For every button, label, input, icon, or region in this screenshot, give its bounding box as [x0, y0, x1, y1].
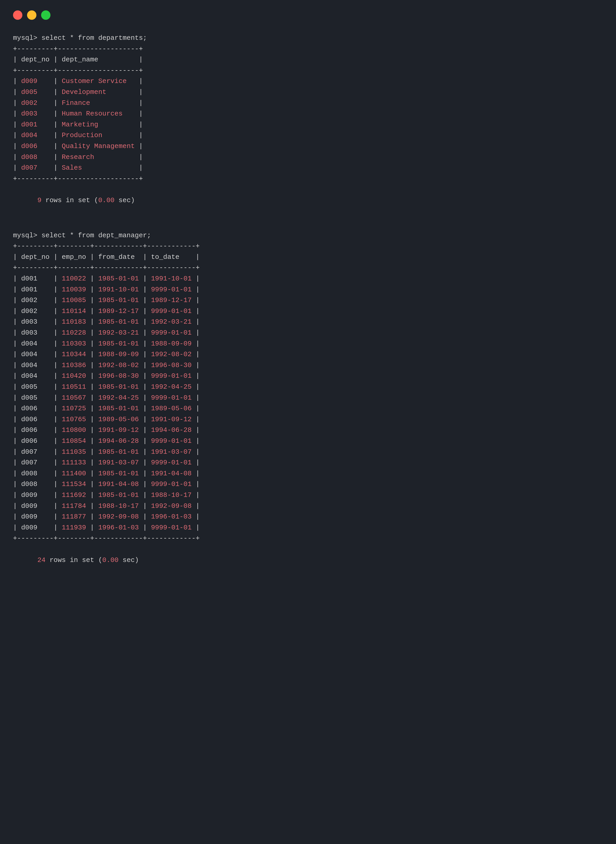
- query2-header: | dept_no | emp_no | from_date | to_date…: [13, 252, 603, 263]
- query1-result-text: rows in set (: [41, 197, 98, 204]
- query1-sep3: +---------+--------------------+: [13, 173, 603, 185]
- table-row: | d004 | 110386 | 1992-08-02 | 1996-08-3…: [13, 360, 603, 371]
- table-row: | d006 | 110800 | 1991-09-12 | 1994-06-2…: [13, 425, 603, 436]
- table-row: | d004 | 110303 | 1985-01-01 | 1988-09-0…: [13, 339, 603, 349]
- table-row: | d009 | 111692 | 1985-01-01 | 1988-10-1…: [13, 490, 603, 501]
- table-row: | d002 | Finance |: [13, 98, 603, 109]
- maximize-button[interactable]: [41, 10, 50, 20]
- table-row: | d003 | 110183 | 1985-01-01 | 1992-03-2…: [13, 317, 603, 327]
- query1-rows: | d009 | Customer Service || d005 | Deve…: [13, 76, 603, 173]
- table-row: | d004 | 110344 | 1988-09-09 | 1992-08-0…: [13, 349, 603, 360]
- query2-prompt: mysql> select * from dept_manager;: [13, 230, 603, 241]
- query2-sep1: +---------+--------+------------+-------…: [13, 241, 603, 252]
- query1-result: 9 rows in set (0.00 sec): [13, 184, 603, 217]
- query1-sep1: +---------+--------------------+: [13, 44, 603, 54]
- query1-prompt: mysql> select * from departments;: [13, 33, 603, 44]
- terminal-content: mysql> select * from departments; +-----…: [13, 33, 603, 577]
- table-row: | d006 | 110854 | 1994-06-28 | 9999-01-0…: [13, 436, 603, 447]
- query1-result-end: sec): [114, 197, 135, 204]
- minimize-button[interactable]: [27, 10, 37, 20]
- table-row: | d007 | 111035 | 1985-01-01 | 1991-03-0…: [13, 447, 603, 458]
- query1-sep2: +---------+--------------------+: [13, 65, 603, 76]
- table-row: | d005 | 110567 | 1992-04-25 | 9999-01-0…: [13, 393, 603, 404]
- query2-count: 24: [37, 556, 45, 564]
- query2-time: 0.00: [102, 556, 118, 564]
- table-row: | d006 | 110765 | 1989-05-06 | 1991-09-1…: [13, 414, 603, 425]
- query2-sep2: +---------+--------+------------+-------…: [13, 263, 603, 273]
- table-row: | d007 | 111133 | 1991-03-07 | 9999-01-0…: [13, 457, 603, 468]
- table-row: | d009 | 111939 | 1996-01-03 | 9999-01-0…: [13, 523, 603, 533]
- table-row: | d001 | 110039 | 1991-10-01 | 9999-01-0…: [13, 284, 603, 295]
- query2-result-text: rows in set (: [45, 556, 102, 564]
- table-row: | d002 | 110085 | 1985-01-01 | 1989-12-1…: [13, 295, 603, 306]
- query2-rows: | d001 | 110022 | 1985-01-01 | 1991-10-0…: [13, 273, 603, 533]
- table-row: | d001 | Marketing |: [13, 119, 603, 130]
- table-row: | d005 | Development |: [13, 87, 603, 98]
- table-row: | d009 | 111877 | 1992-09-08 | 1996-01-0…: [13, 511, 603, 523]
- query1-count: 9: [37, 197, 42, 204]
- table-row: | d006 | 110725 | 1985-01-01 | 1989-05-0…: [13, 403, 603, 414]
- table-row: | d004 | 110420 | 1996-08-30 | 9999-01-0…: [13, 371, 603, 382]
- query1-header: | dept_no | dept_name |: [13, 54, 603, 65]
- query2-sep3: +---------+--------+------------+-------…: [13, 533, 603, 544]
- table-row: | d004 | Production |: [13, 130, 603, 141]
- table-row: | d008 | 111534 | 1991-04-08 | 9999-01-0…: [13, 479, 603, 490]
- query2-result-end: sec): [119, 556, 139, 564]
- table-row: | d009 | 111784 | 1988-10-17 | 1992-09-0…: [13, 501, 603, 512]
- table-row: | d006 | Quality Management |: [13, 141, 603, 152]
- query2-result: 24 rows in set (0.00 sec): [13, 544, 603, 577]
- query2-section: mysql> select * from dept_manager; +----…: [13, 230, 603, 577]
- table-row: | d005 | 110511 | 1985-01-01 | 1992-04-2…: [13, 382, 603, 393]
- table-row: | d009 | Customer Service |: [13, 76, 603, 87]
- table-row: | d007 | Sales |: [13, 163, 603, 173]
- query1-section: mysql> select * from departments; +-----…: [13, 33, 603, 217]
- table-row: | d001 | 110022 | 1985-01-01 | 1991-10-0…: [13, 273, 603, 284]
- close-button[interactable]: [13, 10, 22, 20]
- table-row: | d003 | 110228 | 1992-03-21 | 9999-01-0…: [13, 327, 603, 339]
- table-row: | d008 | 111400 | 1985-01-01 | 1991-04-0…: [13, 468, 603, 479]
- table-row: | d002 | 110114 | 1989-12-17 | 9999-01-0…: [13, 306, 603, 317]
- window-controls: [13, 10, 603, 20]
- table-row: | d008 | Research |: [13, 152, 603, 163]
- query1-time: 0.00: [98, 197, 114, 204]
- table-row: | d003 | Human Resources |: [13, 109, 603, 119]
